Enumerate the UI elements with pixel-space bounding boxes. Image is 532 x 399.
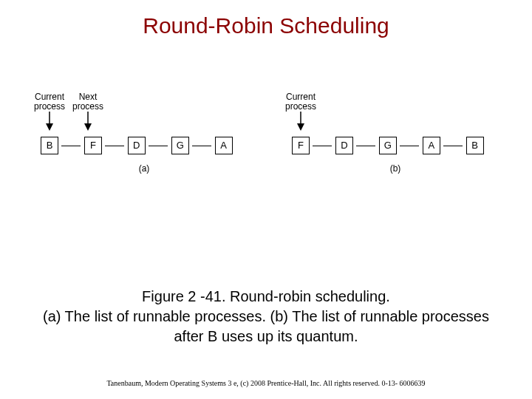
connector xyxy=(313,146,332,146)
subcaption-a: (a) xyxy=(41,163,248,174)
process-box: G xyxy=(379,137,397,154)
process-box: F xyxy=(84,137,102,154)
process-box: G xyxy=(171,137,189,154)
svg-marker-5 xyxy=(297,123,304,131)
connector xyxy=(400,146,419,146)
connector xyxy=(192,146,211,146)
process-box: B xyxy=(41,137,58,154)
process-box: F xyxy=(292,137,310,154)
label-current-a: Current process xyxy=(27,92,72,132)
svg-marker-1 xyxy=(46,123,53,131)
label-next-text-a: Next process xyxy=(66,92,110,112)
subcaption-b: (b) xyxy=(292,163,499,174)
process-box: D xyxy=(128,137,146,154)
figure-caption: Figure 2 -41. Round-robin scheduling. (a… xyxy=(30,287,502,347)
page-title: Round-Robin Scheduling xyxy=(0,13,532,38)
label-current-text-b: Current process xyxy=(279,92,323,112)
label-current-text-a: Current process xyxy=(27,92,72,112)
copyright-footer: Tanenbaum, Modern Operating Systems 3 e,… xyxy=(0,379,532,387)
figure-area: Current process Next process B F D G A (… xyxy=(41,92,491,188)
process-box: A xyxy=(215,137,233,154)
connector xyxy=(61,146,81,146)
label-current-b: Current process xyxy=(279,92,323,132)
arrow-icon xyxy=(293,112,308,132)
connector xyxy=(443,146,463,146)
arrow-icon xyxy=(81,112,95,132)
queue-b-boxes: F D G A B xyxy=(292,137,484,154)
label-next-a: Next process xyxy=(66,92,110,132)
arrow-icon xyxy=(42,112,57,132)
connector xyxy=(356,146,375,146)
process-box: D xyxy=(335,137,353,154)
svg-marker-3 xyxy=(84,123,92,131)
queue-a-boxes: B F D G A xyxy=(41,137,233,154)
process-box: A xyxy=(423,137,440,154)
connector xyxy=(105,146,124,146)
process-box: B xyxy=(466,137,484,154)
connector xyxy=(149,146,168,146)
